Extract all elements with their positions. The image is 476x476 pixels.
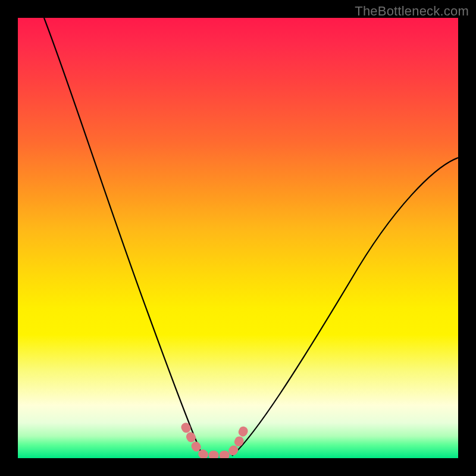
right-curve — [232, 158, 458, 456]
bottom-marker — [186, 427, 244, 455]
curves-layer — [18, 18, 458, 458]
watermark-text: TheBottleneck.com — [355, 4, 469, 19]
chart-frame: TheBottleneck.com — [0, 0, 476, 476]
plot-area — [18, 18, 458, 458]
left-curve — [44, 18, 202, 455]
